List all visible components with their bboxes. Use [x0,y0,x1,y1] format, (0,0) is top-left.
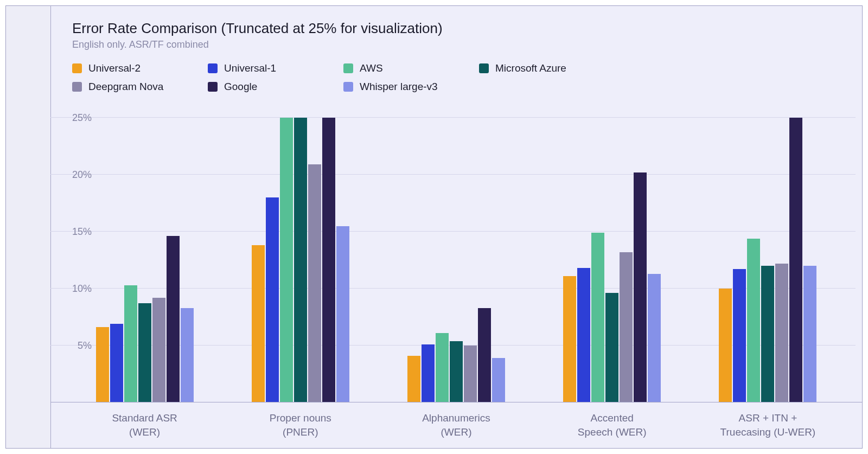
bar [719,289,732,402]
x-tick-label: AccentedSpeech (WER) [534,407,690,439]
x-axis: Standard ASR(WER)Proper nouns(PNER)Alpha… [50,407,862,439]
bar-cluster [534,118,690,402]
legend-label: Google [224,81,257,93]
chart-container: Error Rate Comparison (Truncated at 25% … [5,5,863,449]
bar [478,308,491,402]
bar [761,266,774,402]
bar-cluster [222,118,378,402]
legend: Universal-2Universal-1AWSMicrosoft Azure… [72,62,840,93]
legend-swatch [479,63,489,73]
bar-cluster [690,118,846,402]
bar [577,268,590,402]
legend-label: Deepgram Nova [88,81,163,93]
bar [591,233,604,402]
bar [789,118,802,402]
bar [803,266,816,402]
bar [167,236,180,402]
legend-item: Microsoft Azure [479,62,615,74]
bar [407,356,420,402]
bar [605,293,618,402]
bar-cluster [378,118,534,402]
bar [733,269,746,402]
bar [152,298,165,402]
legend-item: Google [208,81,343,93]
bar [336,226,349,403]
bar [775,264,788,402]
bar [252,245,265,402]
x-tick-label: Proper nouns(PNER) [222,407,378,439]
x-tick-label: Alphanumerics(WER) [378,407,534,439]
bar [322,118,335,402]
bar [138,303,151,402]
bar [620,252,633,402]
legend-label: AWS [360,62,383,74]
bar [280,118,293,402]
legend-swatch [208,63,218,73]
bar [436,333,449,402]
legend-swatch [72,82,82,92]
bar [181,308,194,402]
bar [450,341,463,402]
bar [747,239,760,402]
legend-item: AWS [343,62,479,74]
bar [110,324,123,402]
bar [96,327,109,402]
legend-item: Universal-2 [72,62,208,74]
legend-label: Universal-1 [224,62,276,74]
chart-subtitle: English only. ASR/TF combined [72,39,840,50]
bar [266,197,279,402]
chart-title: Error Rate Comparison (Truncated at 25% … [72,20,840,37]
legend-label: Whisper large-v3 [360,81,438,93]
bar [492,358,505,402]
bar [648,274,661,402]
legend-item: Whisper large-v3 [343,81,479,93]
legend-item: Deepgram Nova [72,81,208,93]
x-axis-line [50,402,862,402]
plot-area: 5%10%15%20%25% [50,118,862,402]
bar [634,172,647,402]
bar [563,276,576,402]
legend-label: Microsoft Azure [495,62,566,74]
x-tick-label: Standard ASR(WER) [67,407,222,439]
bar [422,344,435,402]
bar [308,164,321,402]
bars-row [50,118,862,402]
legend-swatch [72,63,82,73]
bar [464,346,477,402]
legend-swatch [343,63,353,73]
bar-cluster [67,118,222,402]
x-tick-label: ASR + ITN +Truecasing (U-WER) [690,407,846,439]
legend-item: Universal-1 [208,62,343,74]
chart-header: Error Rate Comparison (Truncated at 25% … [72,20,840,93]
bar [294,118,307,402]
legend-label: Universal-2 [88,62,141,74]
bar [124,285,137,402]
legend-swatch [208,82,218,92]
legend-swatch [343,82,353,92]
